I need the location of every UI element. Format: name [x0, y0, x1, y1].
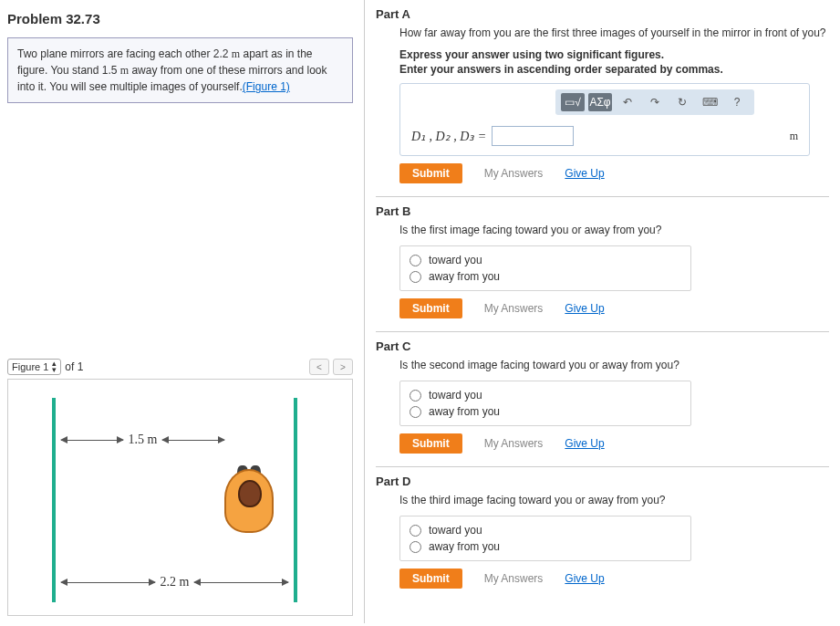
- part-c-question: Is the second image facing toward you or…: [399, 359, 829, 371]
- give-up-link[interactable]: Give Up: [565, 437, 604, 450]
- mirror-right: [294, 398, 297, 602]
- figure-display: 1.5 m 2.2 m: [7, 379, 353, 616]
- keyboard-icon[interactable]: ⌨: [698, 93, 721, 111]
- format-toolbar: ▭√ ΑΣφ ↶ ↷ ↻ ⌨ ?: [555, 89, 754, 115]
- submit-button[interactable]: Submit: [399, 163, 462, 183]
- my-answers-link[interactable]: My Answers: [484, 437, 544, 450]
- choice-panel-b: toward you away from you: [399, 245, 691, 291]
- redo-icon[interactable]: ↷: [643, 93, 667, 111]
- person-icon: [217, 453, 281, 544]
- give-up-link[interactable]: Give Up: [565, 572, 604, 585]
- part-a: Part A How far away from you are the fir…: [376, 0, 829, 197]
- mirror-left: [52, 398, 56, 602]
- reset-icon[interactable]: ↻: [670, 93, 694, 111]
- submit-button[interactable]: Submit: [399, 433, 462, 454]
- radio-b-1[interactable]: [410, 255, 421, 266]
- part-b-question: Is the first image facing toward you or …: [399, 224, 829, 236]
- my-answers-link[interactable]: My Answers: [484, 167, 544, 180]
- problem-title: Problem 32.73: [7, 11, 353, 26]
- desc-text-1: Two plane mirrors are facing each other …: [17, 47, 232, 60]
- part-d-question: Is the third image facing toward you or …: [399, 494, 829, 506]
- figure-selector[interactable]: Figure 1 ▴▾: [7, 359, 61, 375]
- choice-c-1-label: toward you: [429, 389, 482, 402]
- part-a-question: How far away from you are the first thre…: [399, 26, 829, 39]
- answer-panel-a: ▭√ ΑΣφ ↶ ↷ ↻ ⌨ ? D₁ , D₂ , D₃ = m: [399, 83, 810, 156]
- answer-input-a[interactable]: [492, 126, 574, 146]
- radio-c-2[interactable]: [410, 406, 421, 418]
- part-c: Part C Is the second image facing toward…: [376, 332, 829, 467]
- choice-d-2-label: away from you: [429, 540, 500, 553]
- figure-of-text: of 1: [65, 360, 83, 373]
- choice-c-toward[interactable]: toward you: [410, 387, 681, 403]
- choice-panel-d: toward you away from you: [399, 516, 691, 561]
- part-b: Part B Is the first image facing toward …: [376, 197, 829, 332]
- unit-m-2: m: [120, 64, 129, 77]
- give-up-link[interactable]: Give Up: [565, 302, 604, 315]
- unit-m-1: m: [232, 47, 240, 60]
- choice-b-2-label: away from you: [429, 270, 500, 283]
- part-a-hint2: Enter your answers in ascending order se…: [399, 63, 829, 76]
- choice-panel-c: toward you away from you: [399, 381, 691, 426]
- choice-d-1-label: toward you: [429, 524, 482, 537]
- choice-c-2-label: away from you: [429, 405, 500, 418]
- radio-b-2[interactable]: [410, 271, 421, 283]
- choice-b-1-label: toward you: [429, 254, 482, 266]
- dimension-bottom: 2.2 m: [61, 575, 288, 589]
- figure-next-button[interactable]: >: [333, 359, 353, 375]
- undo-icon[interactable]: ↶: [616, 93, 639, 111]
- answer-vars: D₁ , D₂ , D₃ =: [411, 129, 486, 144]
- choice-d-toward[interactable]: toward you: [410, 522, 681, 538]
- submit-button[interactable]: Submit: [399, 569, 462, 589]
- template-icon[interactable]: ▭√: [561, 93, 585, 111]
- choice-b-toward[interactable]: toward you: [410, 252, 681, 268]
- figure-selector-label: Figure 1: [12, 361, 48, 372]
- my-answers-link[interactable]: My Answers: [484, 302, 544, 315]
- answer-unit: m: [790, 130, 798, 143]
- figure-link[interactable]: (Figure 1): [243, 80, 290, 93]
- give-up-link[interactable]: Give Up: [565, 167, 604, 180]
- choice-c-away[interactable]: away from you: [410, 403, 681, 420]
- submit-button[interactable]: Submit: [399, 298, 462, 318]
- help-icon[interactable]: ?: [725, 93, 749, 111]
- part-a-hint1: Express your answer using two significan…: [399, 48, 829, 61]
- problem-description: Two plane mirrors are facing each other …: [7, 37, 353, 103]
- radio-c-1[interactable]: [410, 390, 421, 402]
- dim-top-label: 1.5 m: [123, 433, 163, 447]
- radio-d-2[interactable]: [410, 541, 421, 553]
- figure-prev-button[interactable]: <: [309, 359, 329, 375]
- part-d-label: Part D: [376, 475, 829, 488]
- part-a-label: Part A: [376, 7, 829, 21]
- greek-icon[interactable]: ΑΣφ: [588, 93, 612, 111]
- dimension-top: 1.5 m: [61, 433, 288, 447]
- choice-b-away[interactable]: away from you: [410, 268, 681, 285]
- part-d: Part D Is the third image facing toward …: [376, 467, 829, 601]
- updown-icon: ▴▾: [52, 360, 57, 373]
- part-b-label: Part B: [376, 204, 829, 218]
- choice-d-away[interactable]: away from you: [410, 538, 681, 555]
- dim-bottom-label: 2.2 m: [155, 575, 195, 589]
- my-answers-link[interactable]: My Answers: [484, 572, 544, 585]
- part-c-label: Part C: [376, 339, 829, 353]
- radio-d-1[interactable]: [410, 525, 421, 537]
